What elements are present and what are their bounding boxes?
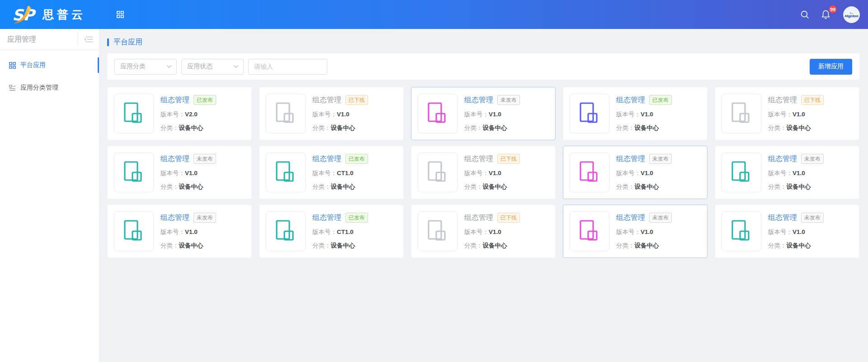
app-title-link[interactable]: 组态管理 <box>160 154 189 164</box>
status-badge: 未发布 <box>193 154 216 164</box>
app-card[interactable]: 组态管理 已发布 版本号：CT1.0 分类：设备中心 <box>259 205 404 258</box>
title-accent-bar <box>107 38 109 46</box>
app-card[interactable]: 组态管理 未发布 版本号：V1.0 分类：设备中心 <box>107 146 252 199</box>
app-card[interactable]: 组态管理 未发布 版本号：V1.0 分类：设备中心 <box>107 205 252 258</box>
app-icon <box>570 211 609 251</box>
status-badge: 已下线 <box>497 154 520 164</box>
app-card[interactable]: 组态管理 未发布 版本号：V1.0 分类：设备中心 <box>411 87 556 140</box>
app-card[interactable]: 组态管理 未发布 版本号：V1.0 分类：设备中心 <box>563 146 708 199</box>
app-icon <box>266 152 306 192</box>
status-badge: 未发布 <box>193 213 216 223</box>
app-category: 分类：设备中心 <box>616 124 672 132</box>
app-title-link[interactable]: 组态管理 <box>160 213 189 223</box>
collapse-menu-icon[interactable] <box>78 33 99 46</box>
app-category: 分类：设备中心 <box>464 124 520 132</box>
app-title-link[interactable]: 组态管理 <box>464 154 493 164</box>
app-card[interactable]: 组态管理 已发布 版本号：V1.0 分类：设备中心 <box>563 87 708 140</box>
app-card-info: 组态管理 未发布 版本号：V1.0 分类：设备中心 <box>160 153 216 192</box>
app-icon <box>570 152 609 192</box>
apps-grid-icon[interactable] <box>117 11 124 18</box>
app-card[interactable]: 组态管理 已发布 版本号：V2.0 分类：设备中心 <box>107 87 252 140</box>
app-card[interactable]: 组态管理 未发布 版本号：V1.0 分类：设备中心 <box>715 146 859 199</box>
app-version: 版本号：V1.0 <box>160 169 216 177</box>
avatar[interactable]: ᓚ Hignton <box>843 6 860 23</box>
app-card-info: 组态管理 未发布 版本号：V1.0 分类：设备中心 <box>160 212 216 251</box>
app-card-info: 组态管理 未发布 版本号：V1.0 分类：设备中心 <box>464 94 520 133</box>
status-badge: 已发布 <box>193 95 216 105</box>
notification-count-badge: 99 <box>829 5 837 13</box>
app-category-select[interactable]: 应用分类 <box>114 59 177 75</box>
app-card[interactable]: 组态管理 已发布 版本号：CT1.0 分类：设备中心 <box>259 146 404 199</box>
app-card[interactable]: 组态管理 已下线 版本号：V1.0 分类：设备中心 <box>259 87 404 140</box>
app-category: 分类：设备中心 <box>160 183 216 191</box>
avatar-label: Hignton <box>844 14 858 18</box>
app-title-link[interactable]: 组态管理 <box>312 213 341 223</box>
app-card[interactable]: 组态管理 已下线 版本号：V1.0 分类：设备中心 <box>715 87 859 140</box>
app-title-link[interactable]: 组态管理 <box>616 213 645 223</box>
app-icon <box>114 94 154 133</box>
status-badge: 未发布 <box>649 213 672 223</box>
app-title-link[interactable]: 组态管理 <box>616 95 645 105</box>
app-category: 分类：设备中心 <box>464 183 520 191</box>
topbar: S P 思普云 99 ᓚ Hignton <box>0 0 868 29</box>
app-version: 版本号：V1.0 <box>616 110 672 119</box>
sidebar-header: 应用管理 <box>0 29 99 50</box>
app-title-link[interactable]: 组态管理 <box>464 95 493 105</box>
app-card-grid: 组态管理 已发布 版本号：V2.0 分类：设备中心 组态管理 已下线 版本号：V… <box>107 87 859 258</box>
status-badge: 已下线 <box>801 95 824 105</box>
app-category: 分类：设备中心 <box>616 242 672 250</box>
app-version: 版本号：V1.0 <box>160 228 216 236</box>
status-badge: 已下线 <box>345 95 368 105</box>
notification-bell-icon[interactable]: 99 <box>820 9 831 20</box>
app-version: 版本号：V1.0 <box>616 228 672 236</box>
app-version: 版本号：V1.0 <box>768 110 824 119</box>
app-icon <box>114 152 154 192</box>
app-version: 版本号：V1.0 <box>768 228 824 236</box>
search-icon[interactable] <box>799 9 811 20</box>
app-title-link[interactable]: 组态管理 <box>464 213 493 223</box>
status-badge: 已发布 <box>345 213 368 223</box>
app-icon <box>722 94 761 133</box>
app-card-info: 组态管理 已下线 版本号：V1.0 分类：设备中心 <box>464 212 520 251</box>
app-version: 版本号：V2.0 <box>160 110 216 119</box>
app-version: 版本号：V1.0 <box>616 169 672 177</box>
app-card-info: 组态管理 已下线 版本号：V1.0 分类：设备中心 <box>464 153 520 192</box>
app-title-link[interactable]: 组态管理 <box>768 154 797 164</box>
search-input[interactable] <box>248 59 327 75</box>
app-version: 版本号：V1.0 <box>464 110 520 119</box>
app-card[interactable]: 组态管理 未发布 版本号：V1.0 分类：设备中心 <box>715 205 859 258</box>
category-icon <box>9 85 16 91</box>
app-icon <box>722 211 761 251</box>
app-category: 分类：设备中心 <box>464 242 520 250</box>
app-card[interactable]: 组态管理 已下线 版本号：V1.0 分类：设备中心 <box>411 205 556 258</box>
app-icon <box>418 94 458 133</box>
app-title-link[interactable]: 组态管理 <box>616 154 645 164</box>
topbar-actions: 99 ᓚ Hignton <box>799 6 860 23</box>
sidebar-item-app-categories[interactable]: 应用分类管理 <box>0 76 99 99</box>
app-version: 版本号：CT1.0 <box>312 228 368 236</box>
chevron-down-icon <box>166 65 172 68</box>
app-version: 版本号：V1.0 <box>312 110 368 119</box>
app-title-link[interactable]: 组态管理 <box>160 95 189 105</box>
sidebar-item-platform-apps[interactable]: 平台应用 <box>0 54 99 76</box>
page-title-text: 平台应用 <box>113 38 142 47</box>
page-title: 平台应用 <box>107 38 859 47</box>
sidebar-menu: 平台应用 应用分类管理 <box>0 50 99 99</box>
app-title-link[interactable]: 组态管理 <box>312 154 341 164</box>
app-title-link[interactable]: 组态管理 <box>768 95 797 105</box>
app-category: 分类：设备中心 <box>160 242 216 250</box>
app-version: 版本号：V1.0 <box>768 169 824 177</box>
app-card[interactable]: 组态管理 未发布 版本号：V1.0 分类：设备中心 <box>563 205 708 258</box>
status-badge: 未发布 <box>649 154 672 164</box>
app-title-link[interactable]: 组态管理 <box>768 213 797 223</box>
add-app-button[interactable]: 新增应用 <box>810 59 852 75</box>
app-title-link[interactable]: 组态管理 <box>312 95 341 105</box>
grid-icon <box>9 62 16 69</box>
app-card[interactable]: 组态管理 已下线 版本号：V1.0 分类：设备中心 <box>411 146 556 199</box>
sidebar-title: 应用管理 <box>0 35 78 44</box>
app-category: 分类：设备中心 <box>768 242 824 250</box>
app-icon <box>418 211 458 251</box>
app-status-select[interactable]: 应用状态 <box>181 59 244 75</box>
app-card-info: 组态管理 已发布 版本号：CT1.0 分类：设备中心 <box>312 212 368 251</box>
app-icon <box>266 94 306 133</box>
